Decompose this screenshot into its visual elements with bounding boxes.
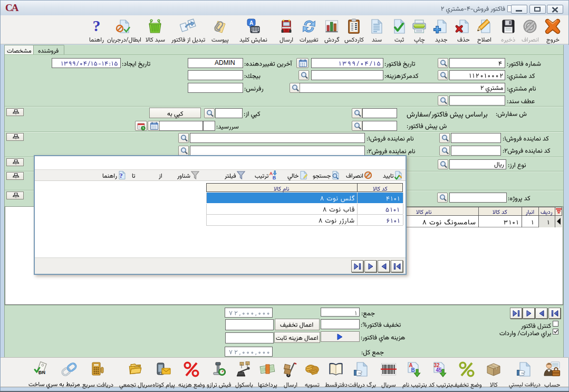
svg-text:45: 45 xyxy=(436,367,442,373)
svg-text:B: B xyxy=(273,175,276,180)
svg-text:?: ? xyxy=(93,18,101,34)
svg-text:B: B xyxy=(411,367,414,373)
svg-text:?: ? xyxy=(119,171,123,179)
svg-text:BN: BN xyxy=(38,370,45,375)
svg-text:A: A xyxy=(249,20,253,26)
